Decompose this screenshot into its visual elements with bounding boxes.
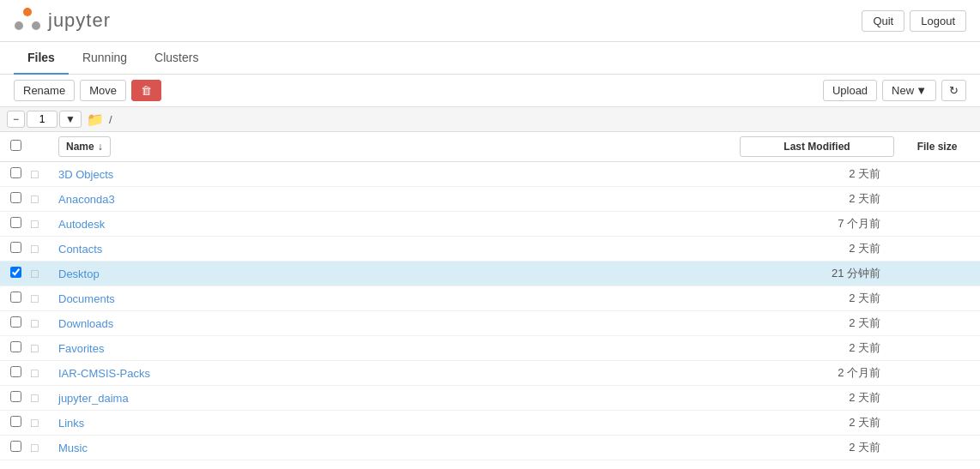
path-text: / <box>109 113 112 126</box>
table-row: □ Anaconda3 2 天前 <box>0 187 980 212</box>
header: jupyter Quit Logout <box>0 0 980 42</box>
file-modified-cell: 2 天前 <box>740 440 894 455</box>
file-name-link[interactable]: Contacts <box>58 243 102 256</box>
folder-icon: □ <box>31 242 51 256</box>
file-name-link[interactable]: jupyter_daima <box>58 392 129 405</box>
header-right-area: Last Modified File size <box>740 136 980 157</box>
table-row: □ 3D Objects 2 天前 <box>0 162 980 187</box>
jupyter-logo-icon <box>14 7 41 34</box>
file-name-link[interactable]: Documents <box>58 292 115 305</box>
file-name-link[interactable]: Music <box>58 442 88 454</box>
file-name-link[interactable]: Downloads <box>58 317 113 330</box>
folder-icon: □ <box>31 217 51 231</box>
upload-button[interactable]: Upload <box>823 80 877 101</box>
toolbar-left: Rename Move 🗑 <box>14 80 161 101</box>
refresh-button[interactable]: ↻ <box>941 80 966 101</box>
file-checkbox-cell <box>0 267 31 280</box>
column-headers: Name ↓ Last Modified File size <box>0 132 980 162</box>
tab-clusters[interactable]: Clusters <box>141 42 212 75</box>
file-checkbox[interactable] <box>10 366 21 377</box>
file-checkbox[interactable] <box>10 192 21 203</box>
file-checkbox-cell <box>0 441 31 454</box>
svg-point-1 <box>15 21 23 30</box>
rename-button[interactable]: Rename <box>14 80 75 101</box>
tab-running[interactable]: Running <box>69 42 141 75</box>
file-name-link[interactable]: IAR-CMSIS-Packs <box>58 367 150 380</box>
file-checkbox[interactable] <box>10 316 21 328</box>
logo-area: jupyter <box>14 7 111 34</box>
file-checkbox[interactable] <box>10 292 21 303</box>
file-name-link[interactable]: 3D Objects <box>58 168 113 181</box>
file-name-cell: Links <box>51 417 740 430</box>
file-name-link[interactable]: Anaconda3 <box>58 193 115 206</box>
select-all-checkbox[interactable] <box>10 140 21 151</box>
header-buttons: Quit Logout <box>862 10 966 32</box>
name-column-label: Name <box>66 141 94 153</box>
file-modified-cell: 2 天前 <box>740 241 894 256</box>
new-button[interactable]: New ▼ <box>882 80 936 101</box>
new-label: New <box>892 84 914 97</box>
file-name-link[interactable]: Favorites <box>58 342 104 355</box>
file-modified-cell: 2 天前 <box>740 415 894 430</box>
folder-icon: □ <box>31 341 51 355</box>
file-checkbox-cell <box>0 217 31 231</box>
file-name-cell: 3D Objects <box>51 168 740 181</box>
table-row: □ Music 2 天前 <box>0 436 980 460</box>
file-name-link[interactable]: Desktop <box>58 268 100 280</box>
quit-button[interactable]: Quit <box>862 10 904 32</box>
file-name-cell: jupyter_daima <box>51 392 740 405</box>
path-bar: − ▼ 📁 / <box>0 107 980 132</box>
name-sort-button[interactable]: Name ↓ <box>58 136 111 157</box>
file-modified-cell: 2 天前 <box>740 316 894 331</box>
toolbar: Rename Move 🗑 Upload New ▼ ↻ <box>0 75 980 107</box>
trash-icon: 🗑 <box>141 84 152 97</box>
file-checkbox-cell <box>0 167 31 181</box>
table-row: □ Downloads 2 天前 <box>0 311 980 336</box>
file-checkbox-cell <box>0 292 31 305</box>
file-checkbox[interactable] <box>10 391 21 402</box>
file-name-link[interactable]: Links <box>58 417 84 430</box>
file-checkbox[interactable] <box>10 242 21 253</box>
table-row: □ Contacts 2 天前 <box>0 237 980 262</box>
file-name-cell: Anaconda3 <box>51 193 740 206</box>
header-checkbox-cell <box>0 140 31 153</box>
table-row: □ Desktop 21 分钟前 <box>0 262 980 286</box>
path-number-input[interactable] <box>27 111 57 128</box>
folder-icon: □ <box>31 366 51 380</box>
file-checkbox[interactable] <box>10 416 21 427</box>
logo-text: jupyter <box>48 9 111 32</box>
modified-sort-button[interactable]: Last Modified <box>740 136 894 157</box>
table-row: □ IAR-CMSIS-Packs 2 个月前 <box>0 361 980 386</box>
file-modified-cell: 2 天前 <box>740 291 894 306</box>
file-modified-cell: 7 个月前 <box>740 216 894 231</box>
file-checkbox-cell <box>0 316 31 330</box>
table-row: □ Favorites 2 天前 <box>0 336 980 361</box>
size-sort-button[interactable]: File size <box>894 137 980 156</box>
svg-point-0 <box>23 8 32 16</box>
logout-button[interactable]: Logout <box>910 10 966 32</box>
tab-files[interactable]: Files <box>14 42 69 75</box>
file-name-cell: Documents <box>51 292 740 305</box>
file-name-link[interactable]: Autodesk <box>58 218 105 231</box>
name-sort-icon: ↓ <box>98 141 103 153</box>
file-modified-cell: 2 天前 <box>740 166 894 182</box>
file-checkbox[interactable] <box>10 167 21 178</box>
folder-icon: □ <box>31 416 51 430</box>
path-minus-button[interactable]: − <box>7 111 25 128</box>
path-dropdown-button[interactable]: ▼ <box>59 111 82 128</box>
file-checkbox-cell <box>0 366 31 380</box>
table-row: □ Documents 2 天前 <box>0 286 980 311</box>
folder-icon: □ <box>31 441 51 454</box>
move-button[interactable]: Move <box>80 80 126 101</box>
folder-icon: □ <box>31 192 51 206</box>
svg-point-2 <box>32 21 40 30</box>
file-checkbox[interactable] <box>10 217 21 228</box>
file-name-cell: Favorites <box>51 342 740 355</box>
path-controls: − ▼ <box>7 111 82 128</box>
folder-icon: □ <box>31 292 51 305</box>
file-checkbox[interactable] <box>10 441 21 452</box>
file-browser: − ▼ 📁 / Name ↓ Last Modified File size □ <box>0 107 980 460</box>
file-checkbox[interactable] <box>10 341 21 352</box>
file-checkbox[interactable] <box>10 267 21 278</box>
delete-button[interactable]: 🗑 <box>131 80 161 101</box>
